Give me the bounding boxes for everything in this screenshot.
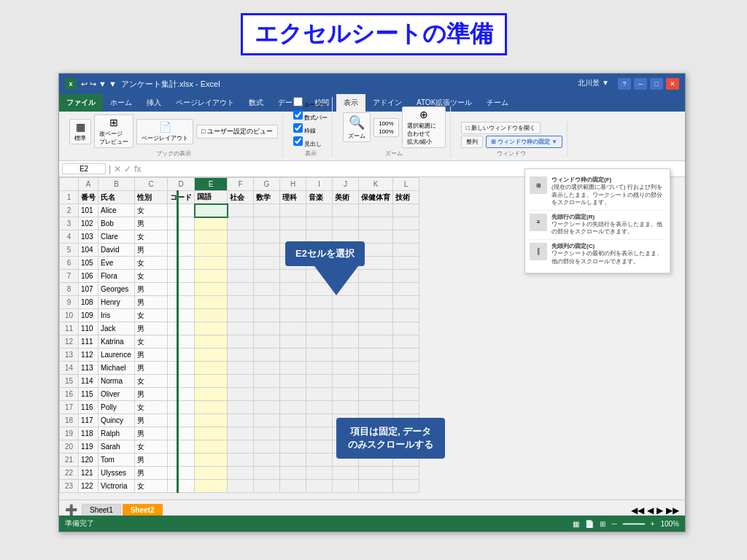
cell-C16[interactable]: 男: [135, 388, 168, 401]
cell-K11[interactable]: [359, 322, 393, 335]
cell-K16[interactable]: [359, 388, 393, 401]
cell-F15[interactable]: [228, 375, 254, 388]
cell-F18[interactable]: [228, 414, 254, 427]
cell-A22[interactable]: 121: [79, 467, 98, 480]
cell-G11[interactable]: [254, 322, 280, 335]
tab-home[interactable]: ホーム: [103, 94, 139, 112]
cell-C2[interactable]: 女: [135, 204, 168, 217]
cell-B17[interactable]: Polly: [98, 401, 135, 414]
cell-B10[interactable]: Iris: [98, 309, 135, 322]
cell-E13[interactable]: [195, 349, 228, 362]
cell-E20[interactable]: [195, 440, 228, 454]
cell-I19[interactable]: [306, 427, 333, 440]
cell-H11[interactable]: [280, 322, 306, 335]
cell-K1[interactable]: 保健体育: [359, 191, 393, 204]
cell-I21[interactable]: [306, 454, 333, 467]
cell-C24[interactable]: 男: [135, 493, 168, 494]
cell-A23[interactable]: 122: [79, 480, 98, 493]
cell-K12[interactable]: [359, 335, 393, 349]
cell-E19[interactable]: [195, 427, 228, 440]
col-header-E[interactable]: E: [195, 178, 228, 191]
col-header-D[interactable]: D: [168, 178, 195, 191]
cell-J14[interactable]: [333, 362, 359, 375]
cell-A16[interactable]: 115: [79, 388, 98, 401]
cell-D8[interactable]: [168, 283, 195, 296]
cell-L11[interactable]: [393, 322, 419, 335]
cell-F10[interactable]: [228, 309, 254, 322]
cell-C3[interactable]: 男: [135, 217, 168, 230]
cell-I11[interactable]: [306, 322, 333, 335]
cell-F5[interactable]: [228, 244, 254, 257]
cell-B1[interactable]: 氏名: [98, 191, 135, 204]
user-view-btn[interactable]: □ ユーザー設定のビュー: [196, 125, 278, 139]
cell-J3[interactable]: [333, 217, 359, 230]
cell-B3[interactable]: Bob: [98, 217, 135, 230]
cell-G8[interactable]: [254, 283, 280, 296]
cell-H12[interactable]: [280, 335, 306, 349]
cell-D6[interactable]: [168, 257, 195, 270]
col-header-I[interactable]: I: [306, 178, 333, 191]
cell-F12[interactable]: [228, 335, 254, 349]
cell-D11[interactable]: [168, 322, 195, 335]
cancel-icon[interactable]: ✕: [114, 164, 121, 174]
cell-F16[interactable]: [228, 388, 254, 401]
cell-C20[interactable]: 女: [135, 440, 168, 454]
cell-A4[interactable]: 103: [79, 230, 98, 244]
cell-E21[interactable]: [195, 454, 228, 467]
cell-E10[interactable]: [195, 309, 228, 322]
cell-D14[interactable]: [168, 362, 195, 375]
col-header-F[interactable]: F: [228, 178, 254, 191]
cell-D12[interactable]: [168, 335, 195, 349]
cell-A12[interactable]: 111: [79, 335, 98, 349]
cell-E12[interactable]: [195, 335, 228, 349]
cell-K10[interactable]: [359, 309, 393, 322]
cell-F2[interactable]: [228, 204, 254, 217]
cell-J1[interactable]: 美術: [333, 191, 359, 204]
cell-E15[interactable]: [195, 375, 228, 388]
cell-F8[interactable]: [228, 283, 254, 296]
cell-L13[interactable]: [393, 349, 419, 362]
view-normal-icon[interactable]: ▦: [573, 520, 579, 528]
cell-H21[interactable]: [280, 454, 306, 467]
cell-I14[interactable]: [306, 362, 333, 375]
cell-L12[interactable]: [393, 335, 419, 349]
cell-H23[interactable]: [280, 480, 306, 493]
cell-B2[interactable]: Alice: [98, 204, 135, 217]
cell-A3[interactable]: 102: [79, 217, 98, 230]
cell-B20[interactable]: Sarah: [98, 440, 135, 454]
cell-H16[interactable]: [280, 388, 306, 401]
cell-C11[interactable]: 男: [135, 322, 168, 335]
cell-K15[interactable]: [359, 375, 393, 388]
cell-D17[interactable]: [168, 401, 195, 414]
cell-L4[interactable]: [393, 230, 419, 244]
cell-H24[interactable]: [280, 493, 306, 494]
cell-D18[interactable]: [168, 414, 195, 427]
cell-H1[interactable]: 理科: [280, 191, 306, 204]
cell-G10[interactable]: [254, 309, 280, 322]
name-box[interactable]: [62, 163, 106, 174]
col-header-B[interactable]: B: [98, 178, 135, 191]
cell-B24[interactable]: Walter: [98, 493, 135, 494]
cell-E4[interactable]: [195, 230, 228, 244]
cell-C15[interactable]: 女: [135, 375, 168, 388]
cell-E8[interactable]: [195, 283, 228, 296]
cell-F7[interactable]: [228, 270, 254, 283]
cell-C4[interactable]: 女: [135, 230, 168, 244]
cell-L2[interactable]: [393, 204, 419, 217]
cell-C18[interactable]: 男: [135, 414, 168, 427]
cell-L8[interactable]: [393, 283, 419, 296]
cell-G21[interactable]: [254, 454, 280, 467]
cell-H22[interactable]: [280, 467, 306, 480]
cell-I22[interactable]: [306, 467, 333, 480]
cell-H10[interactable]: [280, 309, 306, 322]
tab-formulas[interactable]: 数式: [241, 94, 271, 112]
cell-C1[interactable]: 性別: [135, 191, 168, 204]
cell-D22[interactable]: [168, 467, 195, 480]
cell-B13[interactable]: Laurence: [98, 349, 135, 362]
cell-B18[interactable]: Quincy: [98, 414, 135, 427]
cell-G1[interactable]: 数学: [254, 191, 280, 204]
cell-A15[interactable]: 114: [79, 375, 98, 388]
cell-G15[interactable]: [254, 375, 280, 388]
cell-J23[interactable]: [333, 480, 359, 493]
tab-team[interactable]: チーム: [479, 94, 516, 112]
